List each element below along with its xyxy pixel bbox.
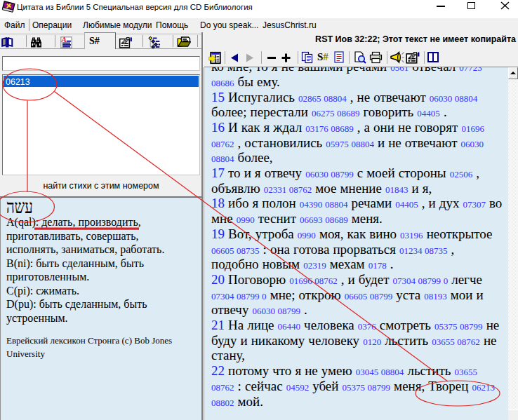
svg-text:A: A: [61, 36, 67, 43]
